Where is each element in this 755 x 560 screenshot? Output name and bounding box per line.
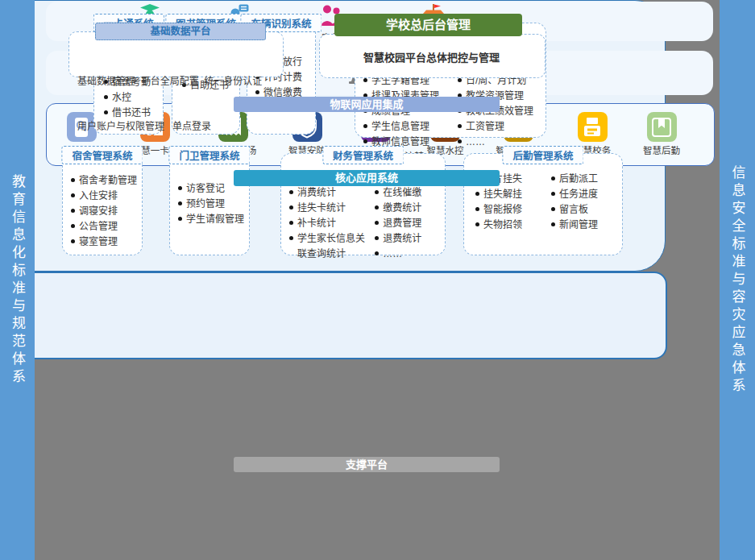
list-item-label: …… [383,247,402,262]
base-text-line1: 基础数据管理 平台全局配置 统一身份认证 [77,74,262,89]
list-item-label: 访客登记 [186,181,225,197]
iot-section-header: 物联网应用集成 [234,97,500,112]
bullet-icon [458,78,462,82]
list-item-label: 退费管理 [383,216,421,231]
system-title: 财务管理系统 [322,146,404,164]
system-card-finance: 财务管理系统 充值统计消费统计挂失卡统计补卡统计学生家长信息关联查询统计 在线收… [280,153,446,255]
bullet-icon [363,124,367,128]
bullet-icon [475,192,479,196]
list-item-label: 缴费统计 [383,201,421,216]
bullet-icon [71,239,75,243]
base-data-platform-title: 基础数据平台 [95,23,266,40]
list-item: …… [375,247,442,262]
bullet-icon [458,139,462,143]
list-item: 任务进度 [551,187,616,202]
list-item: 学生家长信息关联查询统计 [289,231,371,262]
right-sidebar: 信息安全标准与容灾应急体系 [720,0,755,560]
bullet-icon [551,192,555,196]
system-card-logistics: 后勤管理系统 卡片挂失挂失解挂智能报修失物招领 后勤派工任务进度留言板新闻管理 [463,153,623,255]
bullet-icon [458,124,462,128]
list-item: 在线催缴 [375,185,442,201]
list-item: 挂失解挂 [475,187,537,202]
bullet-icon [178,217,182,221]
list-item-label: 预约管理 [186,197,225,212]
list-item-label: 新闻管理 [559,218,598,233]
smart-campus-architecture-diagram: 教育信息化标准与规范体系 信息安全标准与容灾应急体系 学生 老师 家长 [0,0,755,560]
list-item: 失物招领 [475,218,537,233]
iot-item-logistics: 智慧后勤 [643,112,680,156]
bullet-icon [289,205,293,209]
bullet-icon [375,221,379,225]
list-item-label: …… [466,135,485,150]
bullet-icon [375,190,379,194]
list-item-label: 挂失解挂 [483,187,522,202]
list-item-label: 智能报修 [483,202,522,218]
list-item: 入住安排 [71,189,142,204]
bullet-icon [551,207,555,211]
list-item-label: 宿舍考勤管理 [79,173,137,189]
bullet-icon [178,201,182,205]
bullet-icon [71,224,75,228]
list-item: 预约管理 [178,197,249,212]
list-item-label: 工资管理 [466,119,504,135]
bullet-icon [289,190,293,194]
school-admin-title: 学校总后台管理 [334,14,522,36]
system-card-gate: 门卫管理系统 访客登记预约管理学生请假管理 [169,153,250,255]
list-item: 公告管理 [71,219,142,234]
support-panel: 基础数据平台 基础数据管理 平台全局配置 统一身份认证 用户账户与权限管理 单点… [0,272,667,359]
list-item-label: 留言板 [559,202,588,218]
list-item-label: 补卡统计 [297,216,336,231]
list-item: 挂失卡统计 [289,201,371,216]
list-item: 留言板 [551,202,616,218]
bullet-icon [289,221,293,225]
list-item: 学生信息管理 [363,119,456,135]
list-item: 缴费统计 [375,201,442,216]
list-item: 智能报修 [475,202,537,218]
list-item-label: 学生家长信息关联查询统计 [297,231,371,262]
list-item-label: 退费统计 [383,231,421,247]
list-item: 新闻管理 [551,218,616,233]
list-item: 调寝安排 [71,204,142,219]
bullet-icon [71,209,75,213]
list-item: 后勤派工 [551,172,616,187]
list-item-label: 在线催缴 [383,185,421,201]
system-title: 门卫管理系统 [168,146,250,164]
list-item-label: 挂失卡统计 [297,201,346,216]
support-section-header: 支撑平台 [234,457,500,472]
system-item-list: 访客登记预约管理学生请假管理 [170,154,249,255]
bullet-icon [363,78,367,82]
system-card-dormitory: 宿舍管理系统 宿舍考勤管理入住安排调寝安排公告管理寝室管理 [62,153,143,255]
bullet-icon [178,186,182,190]
system-item-list: 后勤派工任务进度留言板新闻管理 [551,172,616,233]
list-item-label: 失物招领 [483,218,522,233]
core-section-header: 核心应用系统 [234,170,500,186]
banner-icon [647,112,677,142]
list-item: 消费统计 [289,185,371,201]
list-item: 退费统计 [375,231,442,247]
bullet-icon [551,176,555,180]
system-columns: 卡片挂失挂失解挂智能报修失物招领 后勤派工任务进度留言板新闻管理 [464,154,622,233]
right-sidebar-label: 信息安全标准与容灾应急体系 [728,165,748,396]
bullet-icon [375,236,379,240]
bullet-icon [375,251,379,255]
list-item-label: 寝室管理 [79,234,118,250]
bullet-icon [475,207,479,211]
list-item-label: 公告管理 [79,219,118,234]
list-item-label: 调寝安排 [79,204,118,219]
register-icon [578,112,608,142]
left-sidebar: 教育信息化标准与规范体系 [0,0,35,560]
bullet-icon [289,236,293,240]
base-text-line2: 用户账户与权限管理 单点登录 [77,119,262,135]
bullet-icon [71,178,75,182]
list-item-label: 消费统计 [297,185,336,201]
iot-label: 智慧后勤 [643,143,680,156]
list-item-label: 学生请假管理 [186,212,244,227]
bullet-icon [551,222,555,226]
bullet-icon [375,205,379,209]
list-item: 退费管理 [375,216,442,231]
list-item-label: 入住安排 [79,189,118,204]
bullet-icon [475,222,479,226]
system-title: 宿舍管理系统 [61,146,143,164]
bullet-icon [363,139,367,143]
list-item: 寝室管理 [71,234,142,250]
